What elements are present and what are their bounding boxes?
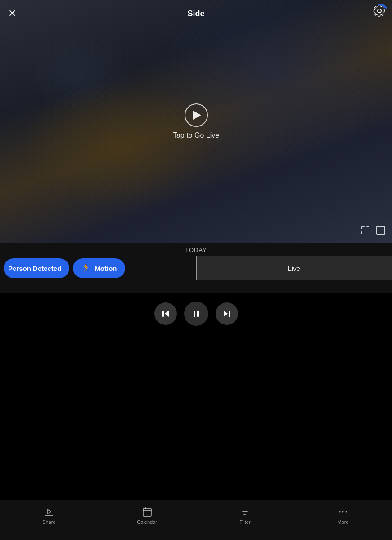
header: ✕ Side — [0, 0, 392, 27]
svg-point-7 — [342, 511, 344, 513]
play-live-button[interactable] — [185, 104, 208, 127]
svg-rect-5 — [143, 508, 151, 516]
nav-filter[interactable]: Filter — [229, 506, 261, 525]
calendar-label: Calendar — [137, 519, 157, 525]
svg-rect-1 — [162, 310, 164, 317]
nav-more[interactable]: More — [327, 506, 359, 525]
pause-button[interactable] — [184, 302, 208, 326]
previous-button[interactable] — [154, 302, 177, 325]
close-button[interactable]: ✕ — [8, 9, 16, 18]
more-label: More — [338, 519, 349, 525]
skip-forward-icon — [222, 309, 231, 318]
live-section[interactable]: Live — [196, 256, 392, 280]
svg-rect-2 — [194, 310, 195, 317]
tap-to-live-label: Tap to Go Live — [173, 131, 219, 140]
svg-rect-3 — [197, 310, 199, 317]
expand-icon[interactable] — [360, 225, 370, 238]
motion-pill[interactable]: 🏃 Motion — [73, 258, 125, 278]
timeline-pills-container: Person Detected 🏃 Motion — [0, 256, 196, 280]
person-detected-label: Person Detected — [8, 265, 61, 272]
bottom-nav: Share Calendar Filter More — [0, 500, 392, 540]
nav-calendar[interactable]: Calendar — [131, 506, 163, 525]
settings-button[interactable] — [373, 4, 386, 18]
notification-swoosh — [378, 4, 387, 9]
nav-share[interactable]: Share — [33, 506, 65, 525]
share-label: Share — [42, 519, 55, 525]
video-controls-overlay — [360, 225, 386, 238]
timeline-divider — [196, 256, 197, 280]
person-detected-pill[interactable]: Person Detected — [4, 258, 69, 278]
filter-icon — [239, 506, 250, 517]
live-label: Live — [288, 265, 300, 272]
video-area: Tap to Go Live — [0, 0, 392, 243]
settings-wrapper — [373, 4, 386, 19]
timeline-bar: Person Detected 🏃 Motion Live — [0, 256, 392, 280]
fullscreen-icon[interactable] — [376, 225, 386, 238]
next-button[interactable] — [216, 302, 238, 325]
more-icon — [338, 506, 348, 517]
svg-rect-0 — [377, 226, 385, 234]
share-icon — [44, 506, 54, 517]
timeline-section: TODAY Person Detected 🏃 Motion Live — [0, 243, 392, 292]
pause-icon — [192, 309, 201, 318]
svg-point-8 — [346, 511, 347, 513]
page-title: Side — [187, 9, 204, 18]
today-label: TODAY — [185, 243, 207, 256]
playback-controls — [0, 297, 392, 330]
play-icon — [193, 111, 201, 120]
filter-label: Filter — [239, 519, 250, 525]
svg-point-6 — [339, 511, 341, 513]
svg-rect-4 — [229, 310, 230, 317]
skip-back-icon — [161, 309, 170, 318]
motion-run-icon: 🏃 — [81, 263, 91, 273]
calendar-icon — [142, 506, 153, 517]
motion-label: Motion — [95, 265, 117, 272]
